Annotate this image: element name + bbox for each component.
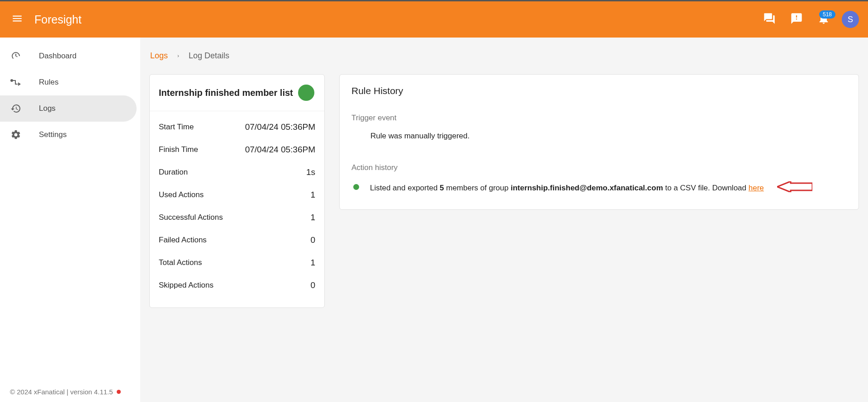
flow-icon (10, 76, 22, 88)
breadcrumb-current: Log Details (189, 51, 229, 61)
stat-finish-time: Finish Time 07/04/24 05:36PM (159, 138, 315, 161)
summary-title: Internship finished member list (159, 88, 293, 98)
stat-value: 1 (310, 213, 315, 222)
brand-title: Foresight (34, 13, 81, 26)
action-history-item: Listed and exported 5 members of group i… (351, 181, 847, 196)
success-dot-icon (353, 184, 359, 190)
stat-label: Finish Time (159, 145, 198, 154)
trigger-event-label: Trigger event (351, 114, 847, 123)
gear-icon (10, 129, 22, 141)
stat-value: 07/04/24 05:36PM (245, 145, 315, 155)
sidebar-item-settings[interactable]: Settings (0, 122, 137, 148)
stat-label: Total Actions (159, 258, 202, 267)
menu-button[interactable] (6, 9, 28, 30)
sidebar-item-label: Rules (39, 78, 58, 87)
sidebar-item-label: Logs (39, 104, 56, 113)
chevron-right-icon (176, 52, 180, 60)
breadcrumb: Logs Log Details (150, 51, 859, 61)
appbar: Foresight 518 S (0, 1, 868, 38)
stat-value: 1s (306, 167, 315, 177)
stat-skipped: Skipped Actions 0 (159, 274, 315, 297)
stat-value: 1 (310, 190, 315, 200)
summary-header: Internship finished member list (150, 75, 324, 111)
stat-value: 1 (310, 258, 315, 268)
sidebar: Dashboard Rules Logs Settings © 2024 xFa… (0, 38, 140, 402)
status-dot-icon (117, 390, 121, 394)
download-link[interactable]: here (749, 184, 764, 192)
breadcrumb-logs-link[interactable]: Logs (150, 51, 168, 61)
stat-label: Duration (159, 168, 188, 177)
messages-button[interactable] (759, 9, 780, 30)
stat-successful: Successful Actions 1 (159, 206, 315, 229)
avatar[interactable]: S (842, 11, 859, 28)
feedback-button[interactable] (786, 9, 807, 30)
sidebar-footer: © 2024 xFanatical | version 4.11.5 (0, 388, 140, 402)
stat-value: 0 (310, 280, 315, 290)
notification-badge: 518 (819, 10, 835, 19)
stat-failed: Failed Actions 0 (159, 229, 315, 251)
stat-value: 0 (310, 235, 315, 245)
chat-icon (763, 12, 776, 27)
action-history-text: Listed and exported 5 members of group i… (370, 181, 847, 196)
sidebar-item-dashboard[interactable]: Dashboard (0, 43, 137, 69)
status-success-icon (298, 85, 314, 101)
stat-used: Used Actions 1 (159, 184, 315, 206)
announcement-icon (790, 12, 803, 27)
summary-card: Internship finished member list Start Ti… (149, 74, 325, 308)
arrow-annotation-icon (777, 181, 812, 196)
stat-start-time: Start Time 07/04/24 05:36PM (159, 116, 315, 138)
sidebar-item-rules[interactable]: Rules (0, 69, 137, 95)
history-card: Rule History Trigger event Rule was manu… (339, 74, 859, 210)
stat-label: Start Time (159, 123, 194, 132)
stat-label: Successful Actions (159, 213, 223, 222)
gauge-icon (10, 50, 22, 62)
footer-text: © 2024 xFanatical | version 4.11.5 (10, 388, 113, 396)
history-icon (10, 103, 22, 114)
action-history-label: Action history (351, 163, 847, 172)
stat-label: Skipped Actions (159, 281, 213, 290)
stat-duration: Duration 1s (159, 161, 315, 184)
main-content: Logs Log Details Internship finished mem… (140, 38, 868, 402)
svg-point-0 (10, 79, 13, 82)
sidebar-item-label: Dashboard (39, 52, 76, 61)
stat-label: Failed Actions (159, 236, 207, 245)
notifications-button[interactable]: 518 (813, 9, 835, 30)
stat-total: Total Actions 1 (159, 251, 315, 274)
stat-label: Used Actions (159, 190, 204, 199)
hamburger-icon (11, 13, 23, 26)
history-title: Rule History (351, 85, 847, 96)
sidebar-item-logs[interactable]: Logs (0, 95, 137, 122)
trigger-event-text: Rule was manually triggered. (370, 132, 847, 141)
sidebar-item-label: Settings (39, 130, 66, 139)
stat-value: 07/04/24 05:36PM (245, 122, 315, 132)
